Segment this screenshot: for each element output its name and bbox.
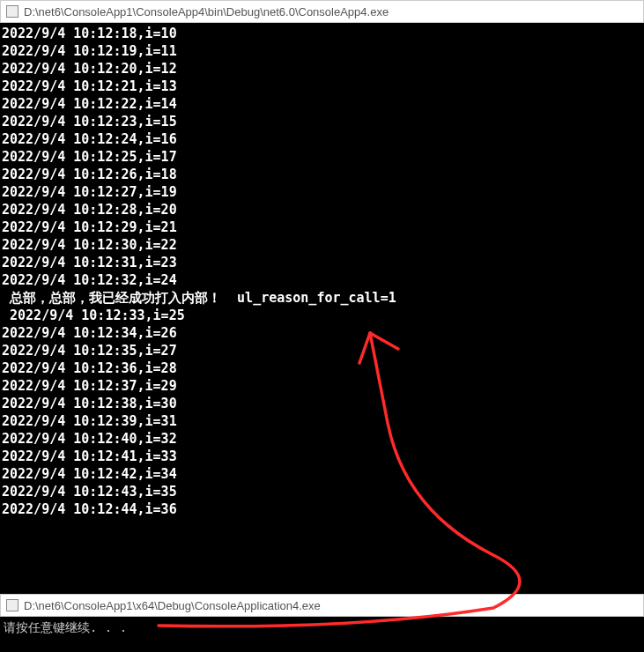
log-line: 2022/9/4 10:12:39,i=31 <box>2 412 637 430</box>
log-line: 2022/9/4 10:12:34,i=26 <box>2 324 637 342</box>
press-any-key-prompt: 请按任意键继续. . . <box>4 620 127 634</box>
log-line: 2022/9/4 10:12:24,i=16 <box>2 130 637 148</box>
log-line: 2022/9/4 10:12:27,i=19 <box>2 183 637 201</box>
log-line: 2022/9/4 10:12:25,i=17 <box>2 148 637 166</box>
console-window-2: D:\net6\ConsoleApp1\x64\Debug\ConsoleApp… <box>0 594 644 638</box>
title-text-1: D:\net6\ConsoleApp1\ConsoleApp4\bin\Debu… <box>24 5 389 19</box>
log-line: 2022/9/4 10:12:37,i=29 <box>2 377 637 395</box>
log-line: 2022/9/4 10:12:31,i=23 <box>2 254 637 271</box>
log-line: 2022/9/4 10:12:19,i=11 <box>2 42 637 60</box>
log-line: 2022/9/4 10:12:40,i=32 <box>2 430 637 448</box>
app-icon <box>6 599 19 611</box>
log-line: 2022/9/4 10:12:41,i=33 <box>2 448 637 465</box>
console-window-1: D:\net6\ConsoleApp1\ConsoleApp4\bin\Debu… <box>0 0 644 594</box>
log-line: 2022/9/4 10:12:32,i=24 <box>2 271 637 289</box>
log-line: 2022/9/4 10:12:42,i=34 <box>2 465 637 483</box>
log-line: 2022/9/4 10:12:28,i=20 <box>2 201 637 219</box>
log-line: 2022/9/4 10:12:30,i=22 <box>2 236 637 254</box>
console-output-1[interactable]: 2022/9/4 10:12:18,i=102022/9/4 10:12:19,… <box>0 23 637 520</box>
console-output-2[interactable]: 请按任意键继续. . . <box>0 617 644 638</box>
log-line: 2022/9/4 10:12:21,i=13 <box>2 78 637 95</box>
log-line: 2022/9/4 10:12:29,i=21 <box>2 219 637 236</box>
titlebar-2[interactable]: D:\net6\ConsoleApp1\x64\Debug\ConsoleApp… <box>0 594 644 617</box>
log-line: 2022/9/4 10:12:35,i=27 <box>2 342 637 359</box>
log-line: 2022/9/4 10:12:38,i=30 <box>2 395 637 412</box>
log-line: 2022/9/4 10:12:44,i=36 <box>2 500 637 518</box>
app-icon <box>6 5 19 18</box>
log-line: 2022/9/4 10:12:43,i=35 <box>2 483 637 500</box>
log-line: 2022/9/4 10:12:18,i=10 <box>2 25 637 42</box>
title-text-2: D:\net6\ConsoleApp1\x64\Debug\ConsoleApp… <box>24 599 321 612</box>
log-line: 2022/9/4 10:12:23,i=15 <box>2 113 637 130</box>
log-line: 2022/9/4 10:12:36,i=28 <box>2 359 637 377</box>
injection-message-line2: 2022/9/4 10:12:33,i=25 <box>2 307 637 324</box>
log-line: 2022/9/4 10:12:26,i=18 <box>2 166 637 183</box>
titlebar-1[interactable]: D:\net6\ConsoleApp1\ConsoleApp4\bin\Debu… <box>0 0 644 23</box>
log-line: 2022/9/4 10:12:22,i=14 <box>2 95 637 113</box>
log-line: 2022/9/4 10:12:20,i=12 <box>2 60 637 78</box>
injection-message: 总部，总部，我已经成功打入内部！ ul_reason_for_call=1 <box>2 289 637 307</box>
